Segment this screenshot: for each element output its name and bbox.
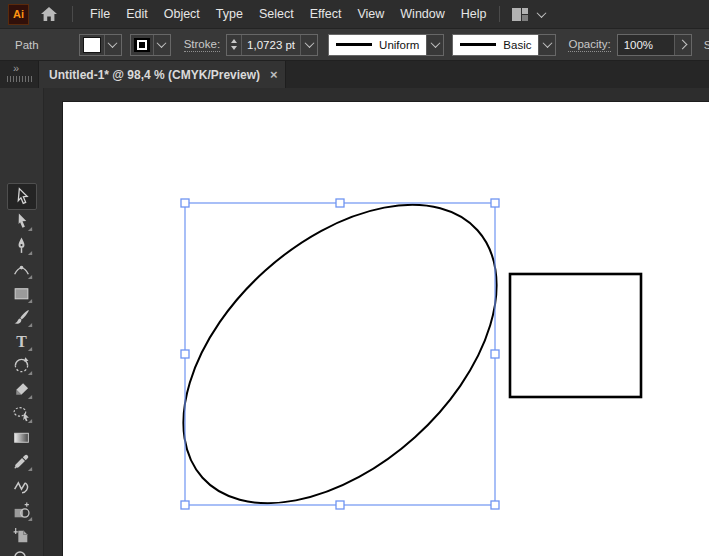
type-icon: T (12, 332, 31, 351)
brush-preview (460, 43, 496, 46)
control-bar: Path Stroke: 1,0723 pt Uniform Basic Opa… (0, 28, 709, 61)
paintbrush-icon (12, 308, 31, 327)
fill-swatch[interactable] (83, 37, 101, 53)
lasso-icon (12, 404, 31, 423)
rectangle-tool[interactable] (7, 281, 35, 306)
eraser-tool[interactable] (7, 377, 35, 402)
width-profile-value: Uniform (379, 39, 419, 51)
curvature-icon (12, 260, 31, 279)
artboard-tool[interactable] (7, 523, 35, 548)
document-title: Untitled-1* @ 98,4 % (CMYK/Preview) (49, 68, 260, 82)
menu-window[interactable]: Window (392, 0, 452, 28)
shaper-icon (12, 477, 31, 496)
selection-handle[interactable] (181, 350, 189, 358)
rectangle-shape[interactable] (510, 274, 641, 397)
stroke-weight-control[interactable]: 1,0723 pt (226, 34, 318, 56)
variable-width-profile-dropdown[interactable]: Uniform (328, 34, 444, 56)
eyedropper-icon (12, 452, 31, 471)
menubar-divider-2 (499, 6, 500, 22)
toolbar-dock-grip[interactable] (7, 76, 34, 82)
menu-help[interactable]: Help (453, 0, 495, 28)
selection-handle[interactable] (181, 501, 189, 509)
selection-type-label: Path (15, 39, 39, 51)
menu-bar: Ai File Edit Object Type Select Effect V… (0, 0, 709, 28)
menu-view[interactable]: View (349, 0, 392, 28)
menu-effect[interactable]: Effect (302, 0, 350, 28)
pen-nib-icon (12, 236, 31, 255)
tools-panel: T (0, 88, 44, 556)
stroke-swatch[interactable] (134, 38, 150, 52)
stroke-weight-label[interactable]: Stroke: (184, 38, 220, 52)
document-tab-bar: » Untitled-1* @ 98,4 % (CMYK/Preview) × (0, 61, 709, 88)
stroke-weight-value[interactable]: 1,0723 pt (241, 35, 300, 55)
chevron-down-icon (536, 8, 546, 18)
opacity-control[interactable]: 100% (617, 34, 692, 56)
artboard-icon (12, 526, 31, 545)
rotate-icon (12, 356, 31, 375)
brush-definition-dropdown[interactable]: Basic (452, 34, 556, 56)
menu-file[interactable]: File (82, 0, 118, 28)
selection-handle[interactable] (181, 199, 189, 207)
selection-handle[interactable] (491, 350, 499, 358)
illustrator-app-icon[interactable]: Ai (8, 4, 29, 25)
canvas-area (44, 88, 709, 556)
close-tab-icon[interactable]: × (270, 68, 278, 81)
home-icon (40, 6, 58, 22)
canvas-shapes-layer (44, 88, 709, 556)
chevron-right-icon (678, 40, 688, 50)
shaper-tool[interactable] (7, 474, 35, 499)
workspace-layout-icon (512, 8, 529, 21)
gradient-tool[interactable] (7, 425, 35, 450)
illustrator-window: { "app": { "logo_text": "Ai" }, "menubar… (0, 0, 709, 556)
direct-selection-tool[interactable] (7, 209, 35, 234)
chevron-down-icon (157, 38, 167, 48)
shape-builder-tool[interactable] (7, 499, 35, 524)
document-tab[interactable]: Untitled-1* @ 98,4 % (CMYK/Preview) × (38, 61, 286, 88)
home-button[interactable] (40, 6, 58, 22)
rotate-tool[interactable] (7, 353, 35, 378)
stepper-down-icon[interactable] (231, 46, 237, 50)
collapse-panel-button[interactable]: » (13, 62, 19, 74)
curvature-tool[interactable] (7, 257, 35, 282)
chevron-down-icon (543, 38, 553, 48)
magnifier-icon (12, 549, 31, 556)
type-tool[interactable]: T (7, 329, 35, 354)
eyedropper-tool[interactable] (7, 449, 35, 474)
svg-text:T: T (16, 333, 27, 350)
brush-value: Basic (503, 39, 531, 51)
menu-object[interactable]: Object (156, 0, 208, 28)
selection-handle[interactable] (491, 199, 499, 207)
paintbrush-tool[interactable] (7, 305, 35, 330)
menu-edit[interactable]: Edit (118, 0, 156, 28)
chevron-down-icon (304, 38, 314, 48)
lasso-tool[interactable] (7, 401, 35, 426)
chevron-down-icon (430, 38, 440, 48)
stroke-weight-stepper[interactable] (227, 35, 241, 55)
pen-tool[interactable] (7, 233, 35, 258)
workspace-switcher[interactable] (512, 8, 545, 21)
menu-items: File Edit Object Type Select Effect View… (82, 0, 495, 28)
style-label: Style: (704, 39, 709, 51)
selection-handle[interactable] (336, 501, 344, 509)
ellipse-shape[interactable] (128, 147, 553, 556)
gradient-icon (12, 428, 31, 447)
selection-handle[interactable] (491, 501, 499, 509)
shape-builder-icon (12, 502, 31, 521)
menu-type[interactable]: Type (208, 0, 251, 28)
selection-handle[interactable] (336, 199, 344, 207)
menu-select[interactable]: Select (251, 0, 302, 28)
opacity-label[interactable]: Opacity: (568, 38, 610, 52)
direct-selection-arrow-icon (12, 212, 31, 231)
stepper-up-icon[interactable] (231, 39, 237, 43)
selection-arrow-icon (13, 187, 32, 206)
selection-tool[interactable] (7, 183, 37, 210)
menubar-divider (72, 6, 73, 22)
eraser-icon (12, 380, 31, 399)
zoom-tool[interactable] (7, 546, 35, 556)
chevron-down-icon (108, 38, 118, 48)
stroke-color-picker[interactable] (130, 34, 171, 56)
fill-color-picker[interactable] (79, 34, 122, 56)
rectangle-icon (12, 284, 31, 303)
opacity-value[interactable]: 100% (618, 35, 674, 55)
width-profile-preview (336, 43, 372, 46)
